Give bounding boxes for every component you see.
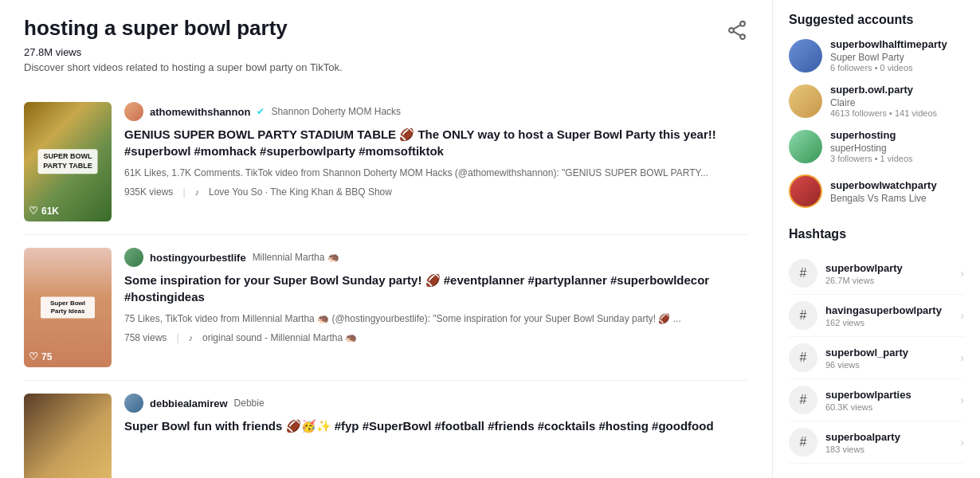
meta-divider: | [176,332,178,343]
hashtag-item[interactable]: # superbowlparty 26.7M views › [789,253,964,295]
account-item[interactable]: superb.owl.party Claire 4613 followers •… [789,84,964,118]
video-meta: 935K views | ♪ Love You So · The King Kh… [124,186,748,198]
video-author: debbiealamirew Debbie [124,394,748,413]
meta-divider: | [182,186,185,198]
account-avatar [789,39,822,72]
total-views: 27.8M views [24,46,748,58]
author-handle: Millennial Martha 🦔 [253,252,339,263]
hashtag-item[interactable]: # superbowlparties 60.3K views › [789,379,964,421]
suggested-accounts-title: Suggested accounts [789,13,964,27]
hashtag-info: superbowl_party 96 views [825,347,952,370]
account-item[interactable]: superhosting superHosting 3 followers • … [789,129,964,163]
video-snippet: 75 Likes, TikTok video from Millennial M… [124,311,748,326]
likes-count: 61K [41,206,59,217]
video-title[interactable]: Some inspiration for your Super Bowl Sun… [124,272,748,305]
video-music: Love You So · The King Khan & BBQ Show [209,186,392,198]
hashtag-info: superbowlparty 26.7M views [825,262,952,285]
page-title: hosting a super bowl party [24,16,288,41]
video-meta: 758 views | ♪ original sound - Millennia… [124,332,748,343]
hashtag-name: superboalparty [825,431,952,443]
account-handle: Super Bowl Party [830,52,964,63]
author-username[interactable]: hostingyourbestlife [150,252,246,264]
hashtag-icon: # [789,301,817,330]
svg-line-4 [734,32,740,36]
chevron-right-icon: › [960,436,964,449]
author-avatar [124,394,143,413]
hashtag-item[interactable]: # superboalparty 183 views › [789,421,964,464]
account-info: superbowlhalftimeparty Super Bowl Party … [830,38,964,72]
video-item: debbiealamirew Debbie Super Bowl fun wit… [24,381,748,478]
video-item: Super Bowl Party Ideas ♡ 75 hostingyourb… [24,235,748,381]
thumb-likes-overlay: ♡ 61K [29,205,59,217]
hashtag-name: superbowlparties [825,389,952,401]
video-info: athomewithshannon ✔ Shannon Doherty MOM … [124,102,748,221]
hashtag-item[interactable]: # superbowl_party 96 views › [789,337,964,379]
video-item: SUPER BOWLPARTY TABLE ♡ 61K athomewithsh… [24,89,748,235]
heart-icon: ♡ [29,205,38,217]
author-username[interactable]: athomewithshannon [150,106,250,118]
likes-count: 75 [41,351,52,362]
account-info: superbowlwatchparty Bengals Vs Rams Live [830,179,964,204]
account-item[interactable]: superbowlhalftimeparty Super Bowl Party … [789,38,964,72]
author-avatar [124,248,143,267]
video-info: debbiealamirew Debbie Super Bowl fun wit… [124,394,748,478]
author-handle: Shannon Doherty MOM Hacks [271,106,401,117]
account-item[interactable]: superbowlwatchparty Bengals Vs Rams Live [789,174,964,208]
account-info: superb.owl.party Claire 4613 followers •… [830,84,964,118]
hashtag-info: havingasuperbowlparty 162 views [825,304,952,327]
video-thumbnail[interactable]: Super Bowl Party Ideas ♡ 75 [24,248,112,367]
video-author: hostingyourbestlife Millennial Martha 🦔 [124,248,748,267]
video-music: original sound - Millennial Martha 🦔 [202,332,357,343]
account-stats: 6 followers • 0 videos [830,63,964,72]
video-info: hostingyourbestlife Millennial Martha 🦔 … [124,248,748,367]
music-icon: ♪ [189,333,194,343]
account-stats: 3 followers • 1 videos [830,154,964,163]
author-handle: Debbie [234,398,265,409]
account-name: superb.owl.party [830,84,964,96]
svg-line-3 [734,25,740,29]
svg-point-2 [740,34,745,39]
hashtag-icon: # [789,428,817,456]
hashtag-views: 60.3K views [825,402,952,412]
account-stats: 4613 followers • 141 videos [830,108,964,118]
hashtag-info: superboalparty 183 views [825,431,952,454]
svg-point-0 [740,22,745,26]
account-handle: superHosting [830,143,964,154]
suggested-accounts-section: Suggested accounts superbowlhalftimepart… [789,13,964,208]
thumb-label: SUPER BOWLPARTY TABLE [38,149,98,174]
account-avatar [789,130,822,163]
account-avatar [789,84,822,118]
page-title-row: hosting a super bowl party [24,16,748,41]
svg-point-1 [729,28,734,33]
share-icon[interactable] [726,19,748,41]
video-title[interactable]: Super Bowl fun with friends 🏈🥳✨ #fyp #Su… [124,417,748,434]
chevron-right-icon: › [960,351,964,364]
video-title[interactable]: GENIUS SUPER BOWL PARTY STADIUM TABLE 🏈 … [124,126,748,159]
hashtag-item[interactable]: # havingasuperbowlparty 162 views › [789,295,964,337]
thumb-likes-overlay: ♡ 75 [29,351,52,362]
hashtag-name: havingasuperbowlparty [825,304,952,316]
chevron-right-icon: › [960,267,964,280]
video-snippet: 61K Likes, 1.7K Comments. TikTok video f… [124,166,748,180]
video-thumbnail[interactable] [24,394,112,478]
hashtag-info: superbowlparties 60.3K views [825,389,952,412]
account-name: superbowlhalftimeparty [830,38,964,50]
hashtag-views: 162 views [825,318,952,327]
chevron-right-icon: › [960,309,964,322]
account-info: superhosting superHosting 3 followers • … [830,129,964,163]
page-header: hosting a super bowl party 27.8M views D… [24,16,748,73]
hashtag-views: 26.7M views [825,276,952,285]
hashtag-icon: # [789,343,817,372]
hashtag-icon: # [789,386,817,414]
video-author: athomewithshannon ✔ Shannon Doherty MOM … [124,102,748,121]
account-name: superbowlwatchparty [830,179,964,191]
page-description: Discover short videos related to hosting… [24,61,748,73]
account-name: superhosting [830,129,964,141]
author-username[interactable]: debbiealamirew [150,398,228,409]
heart-icon: ♡ [29,351,38,362]
video-thumbnail[interactable]: SUPER BOWLPARTY TABLE ♡ 61K [24,102,112,221]
hashtag-name: superbowlparty [825,262,952,274]
sidebar: Suggested accounts superbowlhalftimepart… [773,0,980,478]
hashtag-views: 96 views [825,360,952,370]
chevron-right-icon: › [960,394,964,406]
